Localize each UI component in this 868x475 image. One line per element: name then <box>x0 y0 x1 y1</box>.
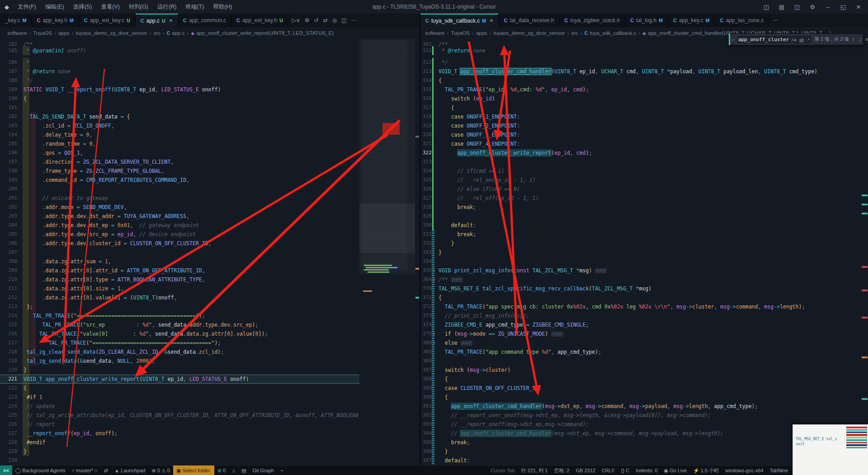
whole-word-icon[interactable]: ab <box>799 37 805 42</box>
tab-app_common.c[interactable]: Capp_common.c <box>178 14 231 27</box>
line-number[interactable]: 216 <box>2 329 17 338</box>
line-number[interactable]: 213 <box>2 302 17 311</box>
tab-app_ext_key.c[interactable]: Capp_ext_key.cU <box>79 14 136 27</box>
line-number[interactable]: 209 <box>2 266 17 275</box>
code-line-214[interactable]: 214 TAL_PR_TRACE("======================… <box>0 311 359 320</box>
code-line-364[interactable]: 364∨/**··· <box>420 275 861 284</box>
line-number[interactable]: 212 <box>2 293 17 302</box>
tab-tal_log.h[interactable]: Ctal_log.hM <box>625 14 668 27</box>
line-number[interactable]: 317 <box>423 103 431 112</box>
line-number[interactable]: 194 <box>2 130 17 139</box>
toggle-replace-icon[interactable]: › <box>732 37 734 42</box>
editor-action-icon[interactable]: ▷∨ <box>292 17 300 24</box>
code-line-334[interactable]: 334 <box>420 257 861 266</box>
code-line-218[interactable]: 218 tal_zg_clear_send_data(ZG_CLEAR_ALL_… <box>0 347 359 356</box>
menu-item[interactable]: 帮助(H) <box>209 2 236 12</box>
layout-toggle-icon[interactable]: ⚙ <box>806 4 819 10</box>
code-line-372[interactable]: 372 TAL_PR_TRACE("app spec msg cb: clust… <box>420 302 861 311</box>
line-number[interactable]: 188 <box>2 76 17 85</box>
minimap-left-pane[interactable] <box>359 39 415 465</box>
code-line-327[interactable]: 327 // rel_off(ep_id - 1, 1) <box>420 194 861 203</box>
line-number[interactable]: 192 <box>2 112 17 121</box>
breadcrumb-item[interactable]: software <box>7 30 27 36</box>
menu-item[interactable]: 运行(R) <box>153 2 180 12</box>
code-line-335[interactable]: 335∨VOID print_zcl_msg_info(const TAL_ZC… <box>420 266 861 275</box>
status-indents[interactable]: Indents: 0 <box>632 466 660 475</box>
editor-action-icon[interactable]: ⚙ <box>305 17 310 24</box>
line-number[interactable]: 214 <box>2 311 17 320</box>
line-number[interactable]: 200 <box>2 185 17 194</box>
code-line-326[interactable]: 326 // else if(cmd == 0) <box>420 185 861 194</box>
code-line-322[interactable]: 322 app_onoff_cluster_write_report(ep_id… <box>420 148 861 157</box>
line-number[interactable]: 217 <box>2 338 17 347</box>
code-line-207[interactable]: 207 <box>0 248 359 257</box>
find-input[interactable]: app_onoff_cluster Aa ab .* <box>736 35 812 44</box>
close-icon[interactable]: ✕ <box>852 4 865 10</box>
code-line-204[interactable]: 204 .addr.type.dev.dst_ep = 0x01, // gat… <box>0 221 359 230</box>
status-remote-indicator[interactable]: >< <box>0 466 12 475</box>
status-background-agents[interactable]: ◯ Background Agents <box>12 466 69 475</box>
line-number[interactable]: 203 <box>2 212 17 221</box>
code-line-196[interactable]: 196 .qos = QOS_1, <box>0 148 359 157</box>
breadcrumb-item[interactable]: software <box>425 30 444 36</box>
line-number[interactable]: 387 <box>423 366 431 375</box>
code-line-319[interactable]: 319 case ONOFF_2_ENDPOINT: <box>420 121 861 130</box>
line-number[interactable]: 219 <box>2 356 17 366</box>
status-compare-icon[interactable]: ⇄ <box>101 466 111 475</box>
line-number[interactable]: 374 <box>423 320 431 329</box>
app-logo-icon[interactable]: ◆ <box>0 4 14 10</box>
status-encoding[interactable]: GB 2312 <box>573 466 599 475</box>
line-number[interactable]: 380 <box>423 338 431 347</box>
line-number[interactable]: 222 <box>2 384 17 393</box>
tab-app_key.c[interactable]: Capp_key.cM <box>668 14 715 27</box>
code-line-215[interactable]: 215 TAL_PR_TRACE("src_ep : %d", send_dat… <box>0 320 359 329</box>
code-line-329[interactable]: 329 <box>420 212 861 221</box>
tab-app_ias_zone.c[interactable]: Capp_ias_zone.c <box>715 14 769 27</box>
code-line-190[interactable]: 190{ <box>0 94 359 103</box>
code-line-209[interactable]: 209 .data.zg.attr[0].attr_id = ATTR_ON_O… <box>0 266 359 275</box>
status-counter[interactable]: ⊘ 0 <box>214 466 229 475</box>
code-line-330[interactable]: 330 default: <box>420 221 861 230</box>
code-line-193[interactable]: 193 .zcl_id = ZCL_ID_ONOFF, <box>0 121 359 130</box>
code-line-313[interactable]: 313VOID_T app_onoff_cluster_cmd_handler(… <box>420 67 861 76</box>
code-line-325[interactable]: 325 // rel_on(ep_id - 1, 1) <box>420 176 861 185</box>
code-line-374[interactable]: 374 ZIGBEE_CMD_E app_cmd_type = ZIGBEE_C… <box>420 320 861 329</box>
pane-divider[interactable] <box>420 14 420 465</box>
minimize-icon[interactable]: – <box>821 4 835 10</box>
status-eol[interactable]: CRLF <box>599 466 618 475</box>
breadcrumb-item[interactable]: app_onoff_cluster_write_report(UINT8_T, … <box>196 30 334 36</box>
fold-chevron-icon[interactable]: ∨ <box>433 266 435 275</box>
code-line-375[interactable]: 375∨ if (msg->mode == ZG_UNICAST_MODE)··… <box>420 329 861 338</box>
status-cursor-tab[interactable]: Cursor Tab <box>487 466 518 475</box>
line-number[interactable]: 210 <box>2 275 17 284</box>
code-line-389[interactable]: 389 case CLUSTER_ON_OFF_CLUSTER_ID: <box>420 384 861 393</box>
minimap-slider[interactable] <box>359 204 415 253</box>
line-number[interactable]: 196 <box>2 148 17 157</box>
status-problems[interactable]: ⊗ 0 ⚠ 0 <box>148 466 173 475</box>
line-number[interactable]: 198 <box>2 166 17 176</box>
menu-item[interactable]: 转到(G) <box>125 2 152 12</box>
breadcrumb-item[interactable]: app.c <box>172 30 184 36</box>
code-line-222[interactable]: 222{ <box>0 384 359 393</box>
line-number[interactable]: 208 <box>2 257 17 266</box>
code-line-223[interactable]: 223 #if 1 <box>0 393 359 402</box>
code-line-387[interactable]: 387 switch (msg->cluster) <box>420 366 861 375</box>
editor-action-icon[interactable]: ◫ <box>341 17 346 24</box>
tab-_key.c[interactable]: _key.cM <box>0 14 32 27</box>
line-number[interactable]: 186 <box>2 58 17 67</box>
code-line-219[interactable]: 219 tal_zg_send_data(&send_data, NULL, 2… <box>0 356 359 366</box>
code-line-189[interactable]: 189STATIC VOID_T __report_onoff(UINT8_T … <box>0 85 359 94</box>
line-number[interactable]: 323 <box>423 157 431 166</box>
code-line-370[interactable]: 370TAL_MSG_RET_E tal_zcl_specific_msg_re… <box>420 284 861 293</box>
code-line-203[interactable]: 203 .addr.type.dev.dst_addr = TUYA_GATEW… <box>0 212 359 221</box>
menu-item[interactable]: 终端(T) <box>181 2 208 12</box>
code-line-216[interactable]: 216 TAL_PR_TRACE("value[0] : %d", send_d… <box>0 329 359 338</box>
line-number[interactable]: 394 <box>423 429 431 438</box>
line-number[interactable]: 327 <box>423 194 431 203</box>
line-number[interactable]: 223 <box>2 393 17 402</box>
code-line-332[interactable]: 332 } <box>420 239 861 248</box>
menu-item[interactable]: 选择(S) <box>69 2 96 12</box>
editor-action-icon[interactable]: ◎ <box>332 17 337 24</box>
code-line-186[interactable]: 186 * <box>0 58 359 67</box>
line-number[interactable]: 312 <box>423 58 431 67</box>
